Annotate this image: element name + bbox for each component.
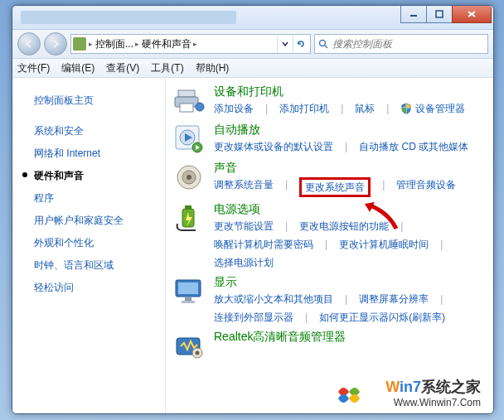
category-links: 更改媒体或设备的默认设置|自动播放 CD 或其他媒体: [214, 139, 483, 154]
sidebar-home[interactable]: 控制面板主页: [12, 89, 165, 112]
breadcrumb-segment[interactable]: 控制面...: [95, 37, 133, 51]
control-panel-icon: [73, 37, 86, 51]
separator: |: [440, 237, 443, 252]
search-input[interactable]: 搜索控制面板: [314, 34, 488, 54]
sidebar-item[interactable]: 网络和 Internet: [12, 142, 165, 165]
svg-rect-21: [182, 301, 195, 303]
minimize-icon: [410, 10, 418, 18]
svg-rect-20: [185, 297, 191, 301]
menu-tools[interactable]: 工具(T): [151, 61, 183, 75]
task-link[interactable]: 设备管理器: [400, 101, 465, 116]
svg-rect-8: [180, 104, 193, 112]
menu-view[interactable]: 查看(V): [106, 61, 139, 75]
category: 设备和打印机添加设备|添加打印机|鼠标|设备管理器: [172, 84, 483, 118]
separator: |: [325, 237, 327, 252]
separator: |: [305, 310, 308, 325]
category: Realtek高清晰音频管理器: [172, 330, 483, 363]
minimize-button[interactable]: [400, 6, 427, 23]
maximize-icon: [435, 10, 443, 18]
refresh-button[interactable]: [293, 36, 308, 52]
title-placeholder: [21, 11, 236, 24]
svg-point-4: [320, 40, 326, 46]
category-title[interactable]: 声音: [214, 161, 483, 176]
watermark-url: Www.Winwin7.Com: [385, 397, 481, 408]
task-link-highlighted[interactable]: 更改系统声音: [299, 177, 371, 197]
sidebar-item[interactable]: 程序: [12, 187, 165, 210]
menu-edit[interactable]: 编辑(E): [61, 61, 94, 75]
titlebar: [12, 6, 493, 30]
svg-rect-1: [436, 11, 443, 17]
watermark-in7: in7: [400, 379, 421, 395]
watermark: Win7系统之家 Www.Winwin7.Com: [385, 377, 481, 408]
search-placeholder: 搜索控制面板: [332, 37, 392, 51]
address-bar[interactable]: ▸ 控制面... ▸ 硬件和声音 ▸: [70, 34, 311, 54]
task-link[interactable]: 更改计算机睡眠时间: [339, 237, 429, 252]
sidebar-item[interactable]: 系统和安全: [12, 120, 165, 142]
close-button[interactable]: [452, 6, 492, 23]
menu-help[interactable]: 帮助(H): [196, 61, 230, 75]
task-link[interactable]: 更改节能设置: [214, 219, 274, 234]
power-icon: [172, 202, 206, 235]
printer-icon: [172, 84, 206, 118]
task-link[interactable]: 调整屏幕分辨率: [359, 292, 429, 307]
autoplay-icon: [172, 123, 206, 156]
task-link[interactable]: 更改电源按钮的功能: [299, 219, 389, 234]
separator: |: [440, 292, 443, 307]
category-title[interactable]: 电源选项: [214, 202, 483, 217]
separator: |: [345, 139, 347, 154]
category-links: 放大或缩小文本和其他项目|调整屏幕分辨率|连接到外部显示器|如何更正显示器闪烁(…: [214, 292, 483, 325]
separator: |: [285, 219, 288, 234]
body: 控制面板主页 系统和安全网络和 Internet硬件和声音程序用户帐户和家庭安全…: [12, 78, 493, 414]
task-link[interactable]: 更改媒体或设备的默认设置: [214, 139, 333, 154]
speaker-icon: [172, 161, 206, 194]
arrow-right-icon: [51, 39, 61, 49]
watermark-rest: 系统之家: [421, 379, 481, 395]
nav-back-button[interactable]: [17, 32, 41, 56]
task-link[interactable]: 如何更正显示器闪烁(刷新率): [319, 310, 445, 325]
task-link[interactable]: 放大或缩小文本和其他项目: [214, 292, 333, 307]
chevron-down-icon: [282, 41, 288, 47]
svg-rect-6: [178, 90, 195, 97]
sidebar-item[interactable]: 外观和个性化: [12, 232, 165, 254]
task-link[interactable]: 调整系统音量: [214, 177, 274, 197]
category-title[interactable]: Realtek高清晰音频管理器: [214, 330, 483, 345]
svg-point-15: [187, 175, 191, 180]
category-links: 添加设备|添加打印机|鼠标|设备管理器: [214, 101, 483, 116]
task-link[interactable]: 添加设备: [214, 101, 254, 116]
chevron-right-icon: ▸: [89, 40, 93, 48]
nav-forward-button[interactable]: [44, 32, 67, 56]
separator: |: [341, 101, 343, 116]
category-title[interactable]: 显示: [214, 275, 483, 290]
maximize-button[interactable]: [426, 6, 453, 23]
address-dropdown-button[interactable]: [277, 36, 293, 52]
category-title[interactable]: 自动播放: [214, 123, 483, 138]
svg-point-24: [196, 351, 200, 355]
chevron-right-icon: ▸: [193, 40, 197, 48]
task-link[interactable]: 添加打印机: [279, 101, 329, 116]
sidebar-item[interactable]: 时钟、语言和区域: [12, 254, 165, 277]
task-link[interactable]: 鼠标: [355, 101, 375, 116]
separator: |: [285, 177, 288, 197]
task-link[interactable]: 连接到外部显示器: [214, 310, 293, 325]
sidebar-item[interactable]: 用户帐户和家庭安全: [12, 210, 165, 232]
category: 自动播放更改媒体或设备的默认设置|自动播放 CD 或其他媒体: [172, 123, 483, 156]
category: 显示放大或缩小文本和其他项目|调整屏幕分辨率|连接到外部显示器|如何更正显示器闪…: [172, 275, 483, 325]
task-link[interactable]: 自动播放 CD 或其他媒体: [359, 139, 468, 154]
svg-line-5: [325, 46, 327, 48]
refresh-icon: [296, 39, 306, 49]
task-link[interactable]: 唤醒计算机时需要密码: [214, 237, 313, 252]
category-links: 调整系统音量|更改系统声音|管理音频设备: [214, 177, 483, 197]
breadcrumb-segment[interactable]: 硬件和声音: [142, 37, 191, 51]
arrow-left-icon: [24, 39, 34, 49]
close-icon: [467, 10, 477, 18]
sidebar-item[interactable]: 轻松访问: [12, 277, 165, 299]
task-link[interactable]: 管理音频设备: [396, 177, 456, 197]
chevron-right-icon: ▸: [135, 40, 139, 48]
sidebar-item[interactable]: 硬件和声音: [12, 165, 165, 187]
navbar: ▸ 控制面... ▸ 硬件和声音 ▸ 搜索控制面板: [12, 30, 493, 59]
task-link[interactable]: 选择电源计划: [214, 255, 274, 270]
menubar: 文件(F) 编辑(E) 查看(V) 工具(T) 帮助(H): [12, 59, 493, 78]
menu-file[interactable]: 文件(F): [17, 61, 50, 75]
separator: |: [265, 101, 268, 116]
category-title[interactable]: 设备和打印机: [214, 84, 483, 99]
